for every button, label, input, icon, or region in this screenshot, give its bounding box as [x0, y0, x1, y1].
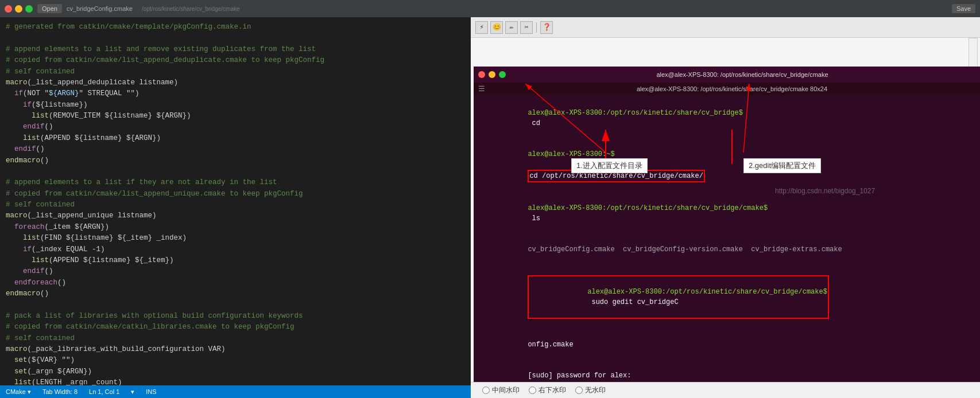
maximize-button[interactable] — [25, 5, 33, 13]
terminal-cmd — [528, 161, 532, 169]
radio-middle-watermark[interactable]: 中间水印 — [482, 385, 520, 395]
toolbar-icon-cut[interactable]: ✂️ — [520, 21, 533, 34]
right-panel: ⚡ 😊 ✏️ ✂️ ❓ alex@alex-XPS-8300: /opt/ros… — [471, 17, 980, 398]
terminal-menu-bar: ☰ alex@alex-XPS-8300: /opt/ros/kinetic/s… — [474, 83, 980, 95]
status-lang[interactable]: CMake ▾ — [6, 388, 31, 396]
title-filepath: /opt/ros/kinetic/share/cv_bridge/cmake — [142, 6, 240, 12]
terminal-output: cv_bridgeConfig.cmake cv_bridgeConfig-ve… — [528, 245, 842, 253]
code-line: if(_index EQUAL -1) — [0, 244, 471, 255]
close-button[interactable] — [5, 5, 12, 13]
status-arrow: ▾ — [131, 388, 134, 396]
code-line: if(NOT "${ARGN}" STREQUAL "") — [0, 88, 471, 99]
code-line — [0, 33, 471, 44]
code-line: endmacro() — [0, 288, 471, 299]
terminal-line-4: cv_bridgeConfig.cmake cv_bridgeConfig-ve… — [478, 234, 975, 265]
radio-bottom-right-label: 右下水印 — [539, 385, 566, 395]
toolbar-separator — [536, 22, 537, 33]
code-line: endforeach() — [0, 278, 471, 288]
terminal-sudo-prompt: [sudo] password for alex: — [528, 372, 635, 380]
code-line: macro(_list_append_deduplicate listname) — [0, 77, 471, 88]
terminal-title-bar: alex@alex-XPS-8300: /opt/ros/kinetic/sha… — [474, 67, 980, 83]
status-ins: INS — [146, 388, 156, 395]
title-bar: Open cv_bridgeConfig.cmake /opt/ros/kine… — [0, 0, 980, 17]
open-button[interactable]: Open — [37, 4, 62, 13]
terminal-title-text: alex@alex-XPS-8300: /opt/ros/kinetic/sha… — [509, 71, 975, 78]
terminal-menu-icon: ☰ — [478, 84, 485, 93]
radio-bottom-right-input[interactable] — [529, 387, 536, 394]
right-content: alex@alex-XPS-8300: /opt/ros/kinetic/sha… — [471, 38, 980, 398]
radio-no-watermark[interactable]: 无水印 — [575, 385, 606, 395]
terminal-line-3: alex@alex-XPS-8300:/opt/ros/kinetic/shar… — [478, 193, 975, 234]
code-line: # generated from catkin/cmake/template/p… — [0, 22, 471, 33]
save-button[interactable]: Save — [952, 4, 975, 13]
toolbar-icon-edit[interactable]: ✏️ — [505, 21, 518, 34]
bottom-bar: 中间水印 右下水印 无水印 — [471, 382, 980, 398]
terminal-window: alex@alex-XPS-8300: /opt/ros/kinetic/sha… — [474, 67, 980, 398]
code-editor: # generated from catkin/cmake/template/p… — [0, 17, 471, 398]
terminal-line-6: onfig.cmake — [478, 329, 975, 360]
traffic-lights — [5, 5, 33, 13]
status-bar: CMake ▾ Tab Width: 8 Ln 1, Col 1 ▾ INS — [0, 385, 471, 398]
terminal-prompt-gedit: alex@alex-XPS-8300:/opt/ros/kinetic/shar… — [587, 288, 827, 296]
radio-middle-watermark-input[interactable] — [482, 387, 490, 394]
title-filename: cv_bridgeConfig.cmake — [67, 5, 133, 12]
code-line: macro(_list_append_unique listname) — [0, 210, 471, 221]
code-line: # copied from catkin/cmake/catkin_librar… — [0, 322, 471, 333]
toolbar-area: ⚡ 😊 ✏️ ✂️ ❓ — [471, 17, 980, 38]
status-tabwidth[interactable]: Tab Width: 8 — [42, 388, 78, 395]
code-line: macro(_pack_libraries_with_build_configu… — [0, 344, 471, 355]
code-line: # pack a list of libraries with optional… — [0, 311, 471, 322]
code-line — [0, 166, 471, 177]
toolbar-icon-help[interactable]: ❓ — [540, 21, 553, 34]
radio-bottom-right-watermark[interactable]: 右下水印 — [529, 385, 566, 395]
terminal-onfig: onfig.cmake — [528, 341, 573, 349]
terminal-cmd: ls — [528, 214, 540, 223]
terminal-highlight-gedit: alex@alex-XPS-8300:/opt/ros/kinetic/shar… — [528, 275, 829, 319]
terminal-cmd: cd — [528, 119, 540, 127]
terminal-line-5: alex@alex-XPS-8300:/opt/ros/kinetic/shar… — [478, 265, 975, 329]
toolbar-icon-emoji[interactable]: 😊 — [490, 21, 503, 34]
terminal-cmd-gedit: sudo gedit cv_bridgeC — [587, 298, 678, 306]
code-line: list(LENGTH _argn _count) — [0, 377, 471, 385]
code-line: endif() — [0, 144, 471, 155]
radio-no-watermark-input[interactable] — [575, 387, 583, 394]
terminal-menu-title: alex@alex-XPS-8300: /opt/ros/kinetic/sha… — [489, 85, 975, 92]
code-line: list(FIND ${listname} ${_item} _index) — [0, 233, 471, 244]
radio-no-watermark-label: 无水印 — [585, 385, 606, 395]
status-position: Ln 1, Col 1 — [89, 388, 119, 395]
code-line: if(${listname}) — [0, 100, 471, 111]
code-line: # copied from catkin/cmake/list_append_d… — [0, 55, 471, 66]
code-line: endmacro() — [0, 155, 471, 166]
code-line: # copied from catkin/cmake/list_append_u… — [0, 189, 471, 200]
code-line: set(_argn ${ARGN}) — [0, 366, 471, 377]
code-line: # self contained — [0, 333, 471, 344]
toolbar-icon-save[interactable]: ⚡ — [475, 21, 488, 34]
main-content: # generated from catkin/cmake/template/p… — [0, 17, 980, 398]
code-line: endif() — [0, 266, 471, 277]
code-area[interactable]: # generated from catkin/cmake/template/p… — [0, 17, 471, 385]
code-line: # self contained — [0, 200, 471, 210]
code-line: endif() — [0, 122, 471, 132]
terminal-minimize-button[interactable] — [489, 71, 495, 78]
terminal-prompt: alex@alex-XPS-8300:~$ — [528, 150, 614, 158]
radio-middle-watermark-label: 中间水印 — [492, 385, 520, 395]
terminal-close-button[interactable] — [478, 71, 485, 78]
terminal-prompt: alex@alex-XPS-8300:/opt/ros/kinetic/shar… — [528, 109, 742, 117]
terminal-line-1: alex@alex-XPS-8300:/opt/ros/kinetic/shar… — [478, 97, 975, 139]
terminal-maximize-button[interactable] — [499, 71, 506, 78]
code-line: list(REMOVE_ITEM ${listname} ${ARGN}) — [0, 111, 471, 122]
code-line: set(${VAR} "") — [0, 355, 471, 366]
code-line: # append elements to a list if they are … — [0, 177, 471, 188]
terminal-body[interactable]: alex@alex-XPS-8300:/opt/ros/kinetic/shar… — [474, 95, 980, 393]
code-line: list(APPEND ${listname} ${ARGN}) — [0, 133, 471, 144]
code-line: # self contained — [0, 67, 471, 77]
code-line — [0, 299, 471, 310]
code-line: foreach(_item ${ARGN}) — [0, 222, 471, 233]
terminal-prompt: alex@alex-XPS-8300:/opt/ros/kinetic/shar… — [528, 204, 768, 212]
minimize-button[interactable] — [15, 5, 22, 13]
code-line: list(APPEND ${listname} ${_item}) — [0, 255, 471, 266]
terminal-highlight-cd: cd /opt/ros/kinetic/share/cv_bridge/cmak… — [528, 170, 704, 182]
code-line: # append elements to a list and remove e… — [0, 44, 471, 55]
terminal-line-2: alex@alex-XPS-8300:~$ cd /opt/ros/kineti… — [478, 139, 975, 193]
